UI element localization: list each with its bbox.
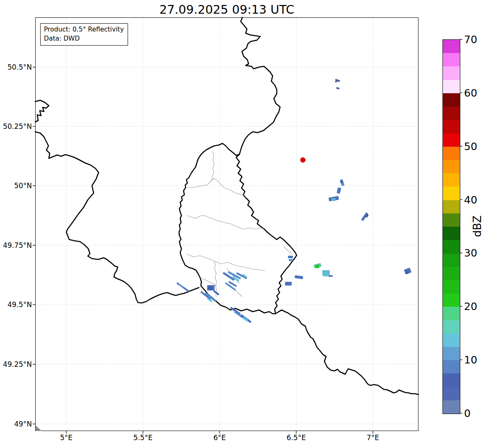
border-givet-salient xyxy=(35,100,49,122)
colorbar-segment xyxy=(443,160,460,173)
radar-echo xyxy=(285,282,292,286)
radar-site-marker xyxy=(300,157,305,162)
x-tick-label: 6.5°E xyxy=(287,433,306,442)
colorbar-segment xyxy=(443,334,460,347)
radar-echo xyxy=(336,187,341,194)
country-borders xyxy=(35,17,418,395)
colorbar-segment xyxy=(443,360,460,373)
x-tick-label: 6°E xyxy=(213,433,226,442)
colorbar xyxy=(442,39,460,414)
colorbar-segment xyxy=(443,387,460,400)
data-source-line: Data: DWD xyxy=(44,34,124,44)
radar-echo xyxy=(341,181,343,183)
colorbar-segment xyxy=(443,200,460,213)
colorbar-segment xyxy=(443,80,460,93)
radar-echo xyxy=(406,271,409,274)
colorbar-segment xyxy=(443,120,460,133)
colorbar-segment xyxy=(443,267,460,280)
colorbar-tick-label: 70 xyxy=(464,34,477,46)
colorbar-segment xyxy=(443,227,460,240)
colorbar-segment xyxy=(443,186,460,200)
colorbar-segment xyxy=(443,347,460,360)
colorbar-segment xyxy=(443,147,460,160)
colorbar-tick-label: 60 xyxy=(464,87,477,99)
colorbar-segment xyxy=(443,373,460,387)
colorbar-segment xyxy=(443,240,460,253)
y-tick-label: 49.25°N xyxy=(0,360,32,368)
product-info-box: Product: 0.5° Reflectivity Data: DWD xyxy=(40,23,128,46)
border-belgium-germany xyxy=(239,17,280,154)
corner-land-wedge xyxy=(36,426,42,431)
colorbar-segment xyxy=(443,93,460,107)
grid-layer xyxy=(36,18,418,431)
colorbar-segment xyxy=(443,400,460,414)
radar-echo xyxy=(336,87,340,90)
radar-echo xyxy=(178,283,184,288)
colorbar-tick-label: 30 xyxy=(464,247,477,259)
map-canvas xyxy=(0,0,498,448)
x-tick-label: 7°E xyxy=(367,433,379,442)
radar-echo xyxy=(295,275,303,279)
y-tick-label: 50.25°N xyxy=(0,122,32,131)
canton-border xyxy=(187,216,264,229)
y-tick-label: 49.5°N xyxy=(0,300,32,309)
colorbar-tick-label: 20 xyxy=(464,300,477,312)
colorbar-segment xyxy=(443,293,460,307)
colorbar-tick-label: 50 xyxy=(464,140,477,152)
y-tick-label: 50.5°N xyxy=(0,63,32,71)
colorbar-segment xyxy=(443,320,460,334)
colorbar-segment xyxy=(443,173,460,186)
radar-echo xyxy=(323,274,328,276)
canton-border xyxy=(211,151,214,182)
colorbar-tick-label: 10 xyxy=(464,354,477,366)
colorbar-segment xyxy=(443,280,460,293)
radar-echo xyxy=(316,265,319,268)
axis-tick-layer xyxy=(33,39,462,433)
colorbar-segment xyxy=(443,307,460,320)
y-tick-label: 49°N xyxy=(0,420,32,428)
y-tick-label: 50°N xyxy=(0,182,32,190)
colorbar-segment xyxy=(443,66,460,80)
radar-echo-layer xyxy=(176,79,411,323)
colorbar-tick-label: 0 xyxy=(464,407,471,419)
x-tick-label: 5.5°E xyxy=(133,433,152,442)
colorbar-axis-label: dBZ xyxy=(471,216,483,237)
product-line: Product: 0.5° Reflectivity xyxy=(44,25,124,34)
canton-border xyxy=(202,278,217,286)
canton-border xyxy=(186,178,244,195)
radar-echo xyxy=(208,286,212,289)
radar-echo xyxy=(288,256,293,258)
x-tick-label: 5°E xyxy=(60,433,73,442)
radar-echo xyxy=(289,259,293,261)
colorbar-segment xyxy=(443,53,460,66)
colorbar-segment xyxy=(443,40,460,53)
radar-echo xyxy=(329,275,333,277)
colorbar-segment xyxy=(443,254,460,267)
border-france-belgium xyxy=(35,132,199,303)
radar-site-marker-layer xyxy=(300,157,305,162)
radar-echo xyxy=(331,198,336,201)
colorbar-segment xyxy=(443,107,460,120)
y-tick-label: 49.75°N xyxy=(0,241,32,249)
border-france-germany xyxy=(276,310,418,395)
canton-border xyxy=(186,254,265,270)
colorbar-segment xyxy=(443,213,460,227)
colorbar-tick-label: 40 xyxy=(464,194,477,206)
colorbar-segment xyxy=(443,133,460,147)
